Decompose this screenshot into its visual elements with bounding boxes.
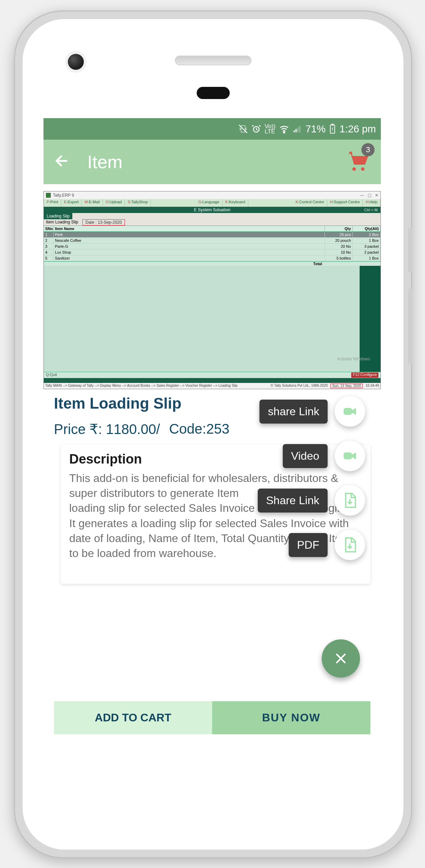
tally-window-title: Tally.ERP 9 — [53, 193, 74, 198]
tally-menu-item: K:Control Centre — [293, 199, 327, 207]
product-code: Code:253 — [169, 421, 229, 437]
back-button[interactable] — [50, 147, 73, 177]
tally-menu-item: P:Print — [44, 199, 61, 207]
svg-point-10 — [361, 167, 364, 171]
tally-company-name: E System Soluation — [194, 207, 231, 212]
clock-text: 1:26 pm — [339, 123, 376, 135]
tally-shortcut: Ctrl + M — [364, 207, 378, 213]
tally-rows: 1Perk25 pcs2 Box2Nescafe Coffee20 pouch1… — [44, 232, 380, 261]
product-screenshot: Tally.ERP 9 — ▢ ✕ P:PrintE:ExportM:E-Mai… — [43, 191, 381, 389]
tally-row: 2Nescafe Coffee20 pouch1 Box — [44, 238, 380, 244]
add-to-cart-button[interactable]: ADD TO CART — [54, 701, 212, 734]
tally-row: 4Lux Shop10 No2 packet — [44, 249, 380, 255]
fab-pdf-button[interactable] — [335, 530, 365, 560]
fab-video-share-button[interactable] — [335, 396, 365, 427]
phone-sensor — [197, 87, 230, 99]
tally-menu-item: E:Export — [61, 199, 82, 207]
tally-quit: Q:Quit — [46, 372, 57, 378]
col-qtyalt: Qty(Alt) — [353, 226, 380, 231]
tally-menu-item: O:Upload — [103, 199, 125, 207]
svg-rect-3 — [294, 130, 295, 132]
windows-watermark: Activate Windows — [337, 357, 370, 361]
battery-icon — [329, 124, 336, 134]
tally-menu-item: H:Support Centre — [327, 199, 363, 207]
cart-badge: 3 — [361, 143, 375, 156]
buy-now-button[interactable]: BUY NOW — [212, 701, 370, 734]
fab-menu: share Link Video Share Link — [258, 396, 365, 560]
tally-sub-row: Item Loading Slip Date : 13-Sep-2020 — [44, 219, 380, 226]
phone-camera — [68, 54, 84, 70]
tally-titlebar: Tally.ERP 9 — ▢ ✕ — [44, 191, 380, 199]
svg-line-0 — [239, 125, 247, 133]
tally-configure: F12:Configure — [351, 372, 378, 378]
app-screen: Vo))LTE 71% 1:26 pm Item — [43, 118, 381, 738]
tally-row: 1Perk25 pcs2 Box — [44, 232, 380, 238]
alarm-icon — [251, 124, 261, 134]
phone-power-button — [408, 228, 412, 273]
cart-icon — [344, 169, 370, 174]
tally-menu-item: K:Keyboard — [223, 199, 249, 207]
fab-video-button[interactable] — [335, 441, 365, 471]
wifi-icon — [279, 124, 289, 134]
svg-rect-6 — [299, 126, 300, 132]
tally-company-band: E System Soluation Ctrl + M — [44, 207, 380, 213]
tally-breadcrumb-bar: Tally MAIN --> Gateway of Tally --> Disp… — [44, 383, 380, 389]
fab-label-video-share: share Link — [259, 400, 328, 424]
tally-menu-item: H:Help — [363, 199, 380, 207]
tally-menubar: P:PrintE:ExportM:E-MailO:UploadS:TallySh… — [44, 199, 380, 207]
svg-point-9 — [352, 167, 356, 171]
svg-rect-8 — [332, 124, 334, 125]
tally-footer-time: 16:34:49 — [366, 384, 379, 388]
volte-icon: Vo))LTE — [265, 124, 275, 134]
product-price: Price ₹: 1180.00/ — [54, 421, 160, 437]
tally-row: 5Sanitizer5 bottles1 Box — [44, 255, 380, 261]
tally-breadcrumb: Tally MAIN --> Gateway of Tally --> Disp… — [45, 384, 268, 388]
fab-close-button[interactable] — [322, 639, 360, 678]
status-bar: Vo))LTE 71% 1:26 pm — [43, 118, 381, 140]
tally-menu-item: S:TallyShop — [125, 199, 151, 207]
col-sn: SNo — [44, 226, 54, 231]
svg-rect-12 — [344, 452, 352, 459]
svg-rect-5 — [297, 128, 298, 132]
tally-copyright: © Tally Solutions Pvt Ltd., 1988-2020 — [271, 384, 328, 388]
phone-speaker — [175, 56, 251, 65]
tally-total-label: Total — [54, 262, 325, 266]
tally-row: 3Parle-G20 No3 packet — [44, 244, 380, 249]
col-qty: Qty — [325, 226, 353, 231]
tally-menu-item: G:Language — [195, 199, 223, 207]
col-name: Item Name — [54, 226, 325, 231]
tally-section-row: Loading Slip — [44, 213, 380, 219]
phone-frame: Vo))LTE 71% 1:26 pm Item — [14, 10, 412, 858]
app-bar: Item 3 — [43, 140, 381, 184]
svg-rect-4 — [296, 129, 297, 132]
tally-columns: SNo Item Name Qty Qty(Alt) — [44, 226, 380, 232]
fab-label-pdf: PDF — [289, 533, 328, 557]
svg-rect-11 — [344, 408, 352, 415]
tally-menu-item: M:E-Mail — [82, 199, 103, 207]
tally-sub: Item Loading Slip — [44, 219, 80, 226]
tally-date: Date : 13-Sep-2020 — [82, 219, 125, 226]
signal-icon — [293, 124, 302, 133]
cart-button[interactable]: 3 — [344, 147, 370, 175]
page-title: Item — [87, 152, 122, 172]
bottom-action-bar: ADD TO CART BUY NOW — [54, 701, 370, 734]
tally-total-row: Total — [44, 261, 380, 266]
fab-label-video: Video — [283, 444, 328, 468]
fab-pdf-share-button[interactable] — [335, 485, 365, 516]
tally-right-panel — [360, 266, 380, 372]
tally-section: Loading Slip — [44, 213, 72, 219]
window-controls-icon: — ▢ ✕ — [360, 193, 378, 198]
battery-percent: 71% — [305, 123, 326, 135]
phone-volume-button — [408, 288, 412, 365]
fab-label-pdf-share: Share Link — [258, 489, 328, 513]
vibrate-icon — [238, 124, 248, 134]
tally-footer-date: Sun, 13 Sep, 2020 — [330, 384, 363, 388]
tally-footer-bar: Q:Quit F12:Configure — [44, 372, 380, 378]
svg-point-2 — [283, 132, 285, 133]
